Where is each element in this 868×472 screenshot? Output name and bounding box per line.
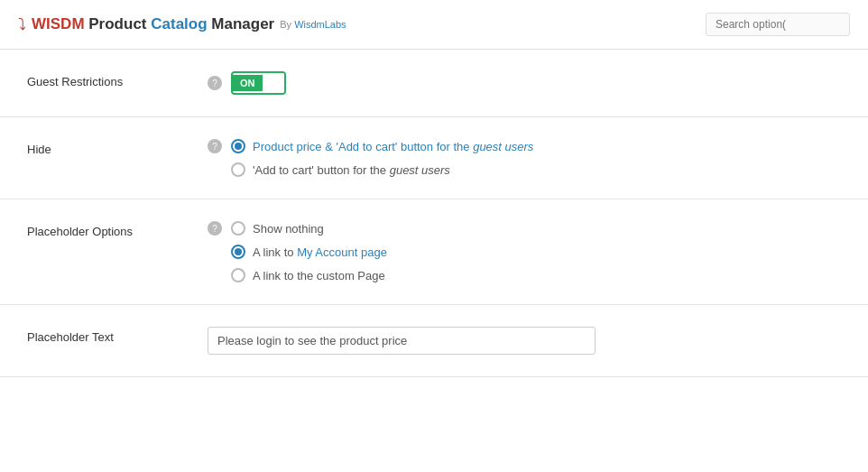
content: Guest Restrictions ? ON Hide ? — [0, 50, 868, 377]
hide-option-2-label: 'Add to cart' button for the guest users — [253, 163, 450, 177]
placeholder-option-2-text1: A link to — [253, 245, 297, 259]
hide-option-1-text1: Product price & 'Add to cart' button for… — [253, 140, 473, 153]
hide-option-1-label: Product price & 'Add to cart' button for… — [253, 140, 533, 153]
guest-restrictions-controls: ? ON — [208, 71, 841, 95]
hide-controls-wrapper: ? Product price & 'Add to cart' button f… — [208, 139, 533, 177]
placeholder-options-label: Placeholder Options — [27, 221, 208, 238]
placeholder-option-3-label: A link to the custom Page — [253, 269, 385, 282]
hide-label: Hide — [27, 139, 208, 156]
guest-restrictions-section: Guest Restrictions ? ON — [0, 50, 868, 117]
hide-option-2-text2: guest users — [390, 163, 450, 177]
logo-by-text: By WisdmLabs — [280, 19, 346, 30]
header: ⤵ WISDM Product Catalog Manager By Wisdm… — [0, 0, 868, 50]
search-input[interactable] — [706, 13, 850, 36]
page-wrapper: ⤵ WISDM Product Catalog Manager By Wisdm… — [0, 0, 868, 472]
toggle-on-label: ON — [233, 75, 263, 91]
placeholder-text-label: Placeholder Text — [27, 327, 208, 344]
placeholder-text-section: Placeholder Text — [0, 305, 868, 377]
placeholder-option-1-row: Show nothing — [231, 221, 387, 236]
wisdmlabs-link[interactable]: WisdmLabs — [294, 19, 346, 30]
placeholder-option-1-label: Show nothing — [253, 222, 324, 236]
placeholder-option-2-row: A link to My Account page — [231, 245, 387, 259]
logo-icon: ⤵ — [18, 15, 26, 34]
placeholder-options-controls-wrapper: ? Show nothing A link to My Account page — [208, 221, 387, 282]
placeholder-text-controls — [208, 327, 841, 355]
hide-option-2-row: 'Add to cart' button for the guest users — [231, 162, 533, 177]
toggle-switch[interactable]: ON — [231, 71, 286, 95]
hide-controls: Product price & 'Add to cart' button for… — [231, 139, 533, 177]
placeholder-options-controls: Show nothing A link to My Account page A… — [231, 221, 387, 282]
placeholder-options-section: Placeholder Options ? Show nothing A lin… — [0, 199, 868, 305]
help-icon-placeholder[interactable]: ? — [208, 221, 222, 236]
placeholder-option-2-text2: My Account page — [297, 245, 387, 259]
help-icon-hide[interactable]: ? — [208, 139, 222, 153]
placeholder-option-3-row: A link to the custom Page — [231, 268, 387, 282]
hide-section: Hide ? Product price & 'Add to cart' but… — [0, 117, 868, 199]
placeholder-radio-3[interactable] — [231, 268, 245, 282]
logo-manager: Manager — [211, 15, 274, 32]
toggle-row: ? ON — [208, 71, 841, 95]
logo-product: Product — [88, 15, 151, 32]
toggle-off-area — [263, 73, 284, 93]
placeholder-text-input[interactable] — [208, 327, 596, 355]
logo-wisdm: WISDM — [32, 15, 85, 32]
hide-option-1-text2: guest users — [473, 140, 533, 153]
placeholder-radio-1[interactable] — [231, 221, 245, 236]
header-logo: ⤵ WISDM Product Catalog Manager By Wisdm… — [18, 15, 346, 34]
logo-title: WISDM Product Catalog Manager — [32, 15, 274, 33]
logo-catalog: Catalog — [151, 15, 207, 32]
hide-option-1-row: Product price & 'Add to cart' button for… — [231, 139, 533, 153]
help-icon-guest[interactable]: ? — [208, 76, 222, 90]
placeholder-option-2-label: A link to My Account page — [253, 245, 387, 259]
placeholder-radio-2[interactable] — [231, 245, 245, 259]
hide-option-2-text1: 'Add to cart' button for the — [253, 163, 390, 177]
hide-radio-2[interactable] — [231, 162, 245, 177]
guest-restrictions-label: Guest Restrictions — [27, 71, 208, 88]
hide-radio-1[interactable] — [231, 139, 245, 153]
